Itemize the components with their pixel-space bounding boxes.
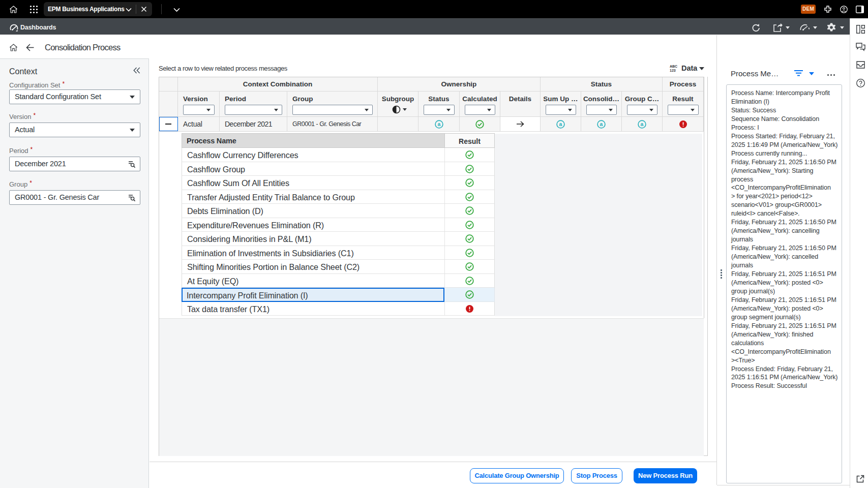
svg-text:ABC: ABC (670, 65, 677, 68)
svg-text:a: a (437, 121, 440, 127)
svg-text:a: a (641, 121, 644, 127)
svg-text:123: 123 (670, 69, 676, 72)
svg-text:a: a (600, 121, 603, 127)
svg-text:a: a (559, 121, 562, 127)
